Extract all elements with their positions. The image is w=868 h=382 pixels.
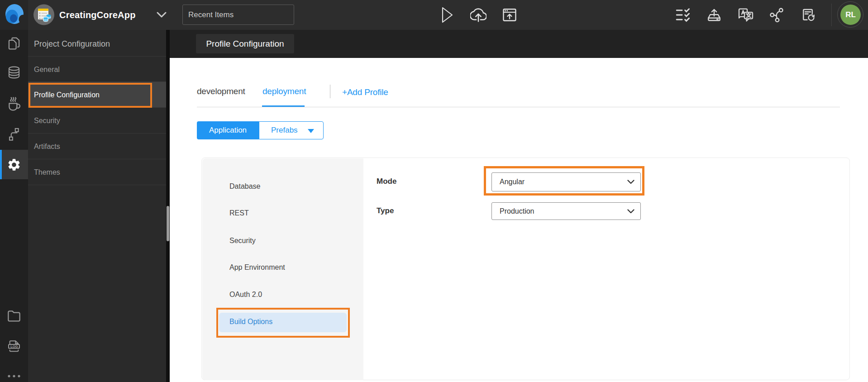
svg-text:LOG: LOG	[10, 344, 18, 349]
